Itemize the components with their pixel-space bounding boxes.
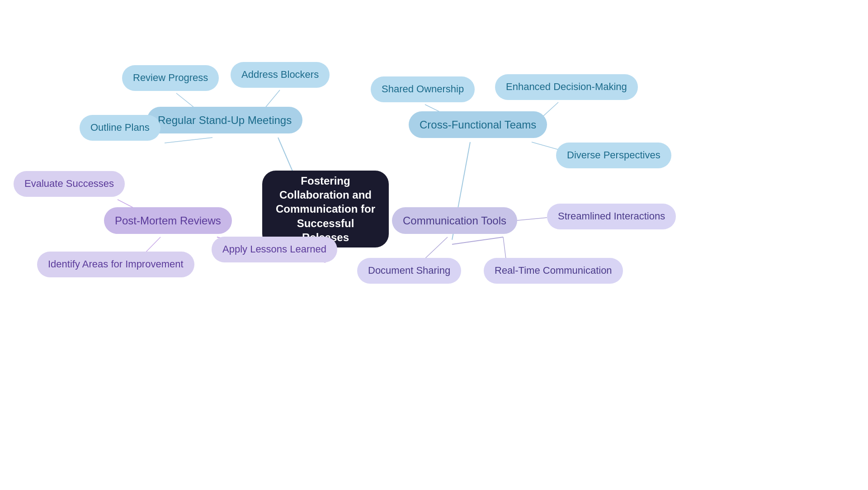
node-document-sharing: Document Sharing <box>357 258 461 284</box>
mind-map: Fostering Collaboration and Communicatio… <box>0 0 868 490</box>
node-review-progress: Review Progress <box>122 65 219 91</box>
node-comm-tools: Communication Tools <box>392 207 517 234</box>
node-evaluate-successes: Evaluate Successes <box>14 171 125 197</box>
node-address-blockers: Address Blockers <box>231 62 330 88</box>
node-cross-functional: Cross-Functional Teams <box>409 111 547 138</box>
node-shared-ownership: Shared Ownership <box>371 76 475 102</box>
svg-line-3 <box>452 237 503 244</box>
node-diverse-perspectives: Diverse Perspectives <box>556 143 671 168</box>
node-realtime-comm: Real-Time Communication <box>484 258 623 284</box>
node-streamlined: Streamlined Interactions <box>547 204 676 229</box>
svg-line-6 <box>165 138 212 143</box>
node-standup: Regular Stand-Up Meetings <box>147 107 302 133</box>
node-enhanced-decision: Enhanced Decision-Making <box>495 74 638 100</box>
node-outline-plans: Outline Plans <box>80 115 160 141</box>
node-apply-lessons: Apply Lessons Learned <box>212 237 337 262</box>
node-postmortem: Post-Mortem Reviews <box>104 207 232 234</box>
center-node: Fostering Collaboration and Communicatio… <box>262 171 389 247</box>
node-identify-areas: Identify Areas for Improvement <box>37 252 194 277</box>
